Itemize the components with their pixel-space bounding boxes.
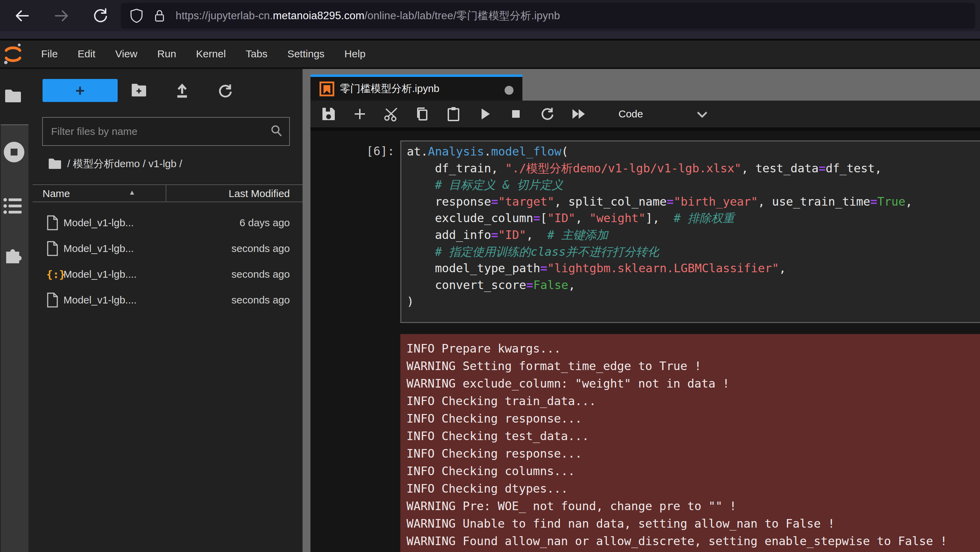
restart-run-all-button[interactable] [569, 104, 588, 124]
output-line: WARNING Pre: WOE_ not found, change pre … [406, 498, 980, 515]
breadcrumb[interactable]: / 模型分析demo / v1-lgb / [48, 155, 182, 172]
extensions-icon[interactable] [4, 245, 23, 265]
menu-tabs[interactable]: Tabs [246, 40, 267, 67]
output-line: INFO Checking test_data... [406, 428, 980, 445]
filter-files-input[interactable] [43, 126, 270, 137]
output-line: WARNING exclude_column: "weight" not in … [406, 375, 980, 392]
code-line: add_info="ID", # 主键添加 [407, 227, 980, 243]
lock-icon[interactable] [153, 9, 166, 23]
browser-chrome: https://jupyterlab-cn.metanoia8295.com/o… [0, 0, 980, 31]
file-browser-panel: + / 模型分析demo / v1-lgb / Name ▲ Last Modi… [33, 69, 302, 552]
menu-help[interactable]: Help [344, 40, 366, 67]
menu-file[interactable]: File [41, 40, 57, 67]
notebook-area[interactable]: [6]: at.Analysis.model_flow( df_train, "… [310, 131, 980, 552]
table-of-contents-icon[interactable] [3, 198, 23, 215]
new-launcher-button[interactable]: + [43, 79, 118, 102]
code-line: response="target", split_col_name="birth… [407, 193, 980, 210]
chevron-down-icon[interactable] [696, 110, 708, 121]
copy-cells-button[interactable] [413, 104, 432, 124]
new-launcher-plus: + [75, 81, 85, 100]
column-name[interactable]: Name [43, 188, 70, 199]
menu-edit[interactable]: Edit [78, 40, 95, 67]
chrome-bottom-band [0, 31, 980, 39]
code-line: at.Analysis.model_flow( [407, 143, 980, 160]
cell-output-stderr: INFO Prepare kwargs...WARNING Setting fo… [400, 334, 980, 552]
new-folder-button[interactable] [131, 83, 147, 99]
file-row[interactable]: Model_v1-lgb...6 days ago [33, 210, 302, 236]
output-line: INFO Checking columns... [406, 463, 980, 480]
code-line: convert_score=False, [407, 277, 980, 294]
activity-bar [0, 69, 33, 552]
file-list-header: Name ▲ Last Modified [33, 184, 302, 202]
column-modified[interactable]: Last Modified [229, 188, 290, 199]
file-modified: 6 days ago [239, 217, 290, 229]
code-line: # 指定使用训练的class并不进行打分转化 [407, 243, 980, 260]
notebook-icon [319, 81, 334, 96]
panel-splitter[interactable] [302, 69, 310, 552]
output-line: WARNING Found allow_nan or allow_discret… [406, 533, 980, 550]
upload-button[interactable] [174, 83, 190, 99]
notebook-toolbar: Code [310, 101, 980, 131]
output-line: WARNING Unable to find nan data, setting… [406, 515, 980, 533]
insert-cell-button[interactable] [350, 104, 369, 124]
filter-files-box[interactable] [42, 117, 290, 146]
file-row[interactable]: Model_v1-lgb...seconds ago [33, 236, 302, 261]
code-line: exclude_column=["ID", "weight"], # 排除权重 [407, 210, 980, 227]
output-line: INFO Checking dtypes... [406, 480, 980, 498]
menu-settings[interactable]: Settings [288, 40, 325, 67]
code-cell-editor[interactable]: at.Analysis.model_flow( df_train, "./模型分… [400, 140, 980, 323]
file-browser-icon[interactable] [4, 89, 22, 105]
output-line: WARNING Setting format_time_edge to True… [406, 357, 980, 375]
file-row[interactable]: {:}Model_v1-lgb....seconds ago [33, 261, 302, 287]
url-bar[interactable]: https://jupyterlab-cn.metanoia8295.com/o… [121, 3, 975, 29]
jupyter-logo-icon [3, 43, 23, 65]
file-row[interactable]: Model_v1-lgb....seconds ago [33, 287, 302, 313]
file-list: Model_v1-lgb...6 days agoModel_v1-lgb...… [33, 210, 302, 313]
tab-title: 零门槛模型分析.ipynb [340, 82, 439, 96]
paste-cells-button[interactable] [444, 104, 463, 124]
tab-bar: 零门槛模型分析.ipynb [310, 69, 980, 101]
column-divider [165, 185, 166, 201]
browser-reload-button[interactable] [92, 8, 108, 24]
save-button[interactable] [319, 104, 338, 124]
browser-back-button[interactable] [13, 8, 30, 24]
breadcrumb-path: / 模型分析demo / v1-lgb / [67, 157, 182, 171]
output-line: INFO Checking response... [406, 410, 980, 428]
tracking-shield-icon[interactable] [130, 9, 143, 23]
cell-prompt: [6]: [310, 144, 395, 158]
browser-forward-button[interactable] [54, 8, 71, 24]
unsaved-dot-icon[interactable] [504, 86, 514, 95]
cut-cells-button[interactable] [382, 104, 401, 124]
menu-run[interactable]: Run [158, 40, 176, 67]
interrupt-kernel-button[interactable] [506, 104, 525, 124]
menu-bar: FileEditViewRunKernelTabsSettingsHelp [0, 40, 980, 69]
file-modified: seconds ago [232, 268, 290, 280]
search-icon [270, 124, 283, 139]
code-line: # 目标定义 & 切片定义 [407, 176, 980, 193]
menu-kernel[interactable]: Kernel [196, 40, 226, 67]
url-text: https://jupyterlab-cn.metanoia8295.com/o… [176, 9, 560, 23]
refresh-files-button[interactable] [217, 83, 233, 99]
output-line: INFO Checking response... [406, 445, 980, 463]
cell-type-select[interactable]: Code [619, 108, 643, 120]
json-file-icon: {:} [46, 267, 60, 282]
running-kernels-icon[interactable] [3, 141, 25, 164]
file-name: Model_v1-lgb.... [64, 268, 137, 280]
activity-bar-lower [1, 124, 29, 552]
restart-kernel-button[interactable] [538, 104, 557, 124]
tab-notebook[interactable]: 零门槛模型分析.ipynb [310, 75, 522, 101]
file-name: Model_v1-lgb... [64, 243, 134, 254]
menu-view[interactable]: View [115, 40, 137, 67]
output-line: INFO Checking train_data... [406, 392, 980, 410]
file-name: Model_v1-lgb.... [64, 294, 137, 306]
code-line: ) [407, 293, 980, 310]
file-name: Model_v1-lgb... [64, 217, 134, 229]
run-cell-button[interactable] [475, 104, 494, 124]
file-modified: seconds ago [232, 243, 290, 254]
menu-items: FileEditViewRunKernelTabsSettingsHelp [41, 40, 366, 67]
main-dock: 零门槛模型分析.ipynb [310, 69, 980, 552]
file-modified: seconds ago [232, 294, 290, 306]
screen: https://jupyterlab-cn.metanoia8295.com/o… [0, 0, 980, 552]
sort-ascending-icon: ▲ [129, 188, 135, 196]
folder-icon [48, 158, 62, 169]
